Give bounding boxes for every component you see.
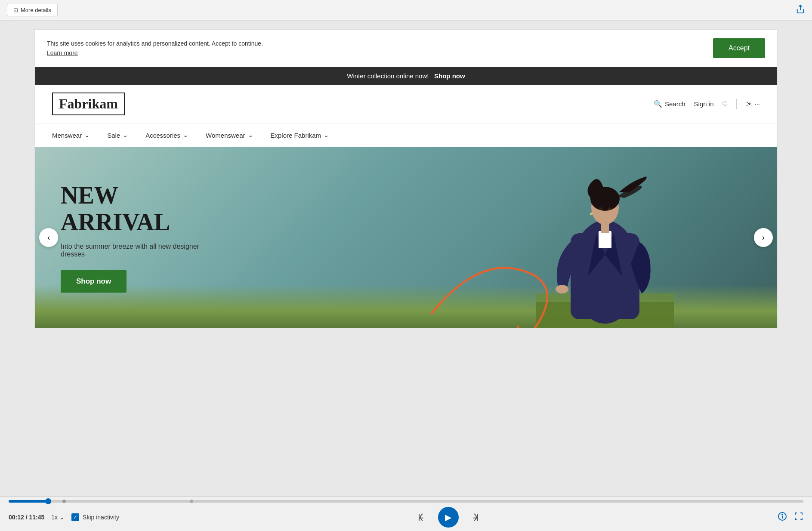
wishlist-button[interactable]: ♡ [722, 100, 728, 108]
search-icon: 🔍 [654, 100, 662, 108]
progress-marker-1 [62, 500, 66, 503]
player-controls: 00:12 / 11:45 1x ⌄ ✓ Skip inactivity 10 [9, 507, 803, 528]
svg-point-14 [556, 285, 568, 293]
site-navigation: Menswear ⌄ Sale ⌄ Accessories ⌄ Womenswe… [35, 123, 777, 147]
chevron-right-icon: › [762, 233, 765, 242]
play-button[interactable]: ▶ [438, 507, 459, 528]
video-player: 00:12 / 11:45 1x ⌄ ✓ Skip inactivity 10 [0, 496, 812, 531]
skip-back-icon: 10 [414, 510, 428, 524]
skip-inactivity-label: Skip inactivity [83, 514, 119, 521]
womenswear-chevron-icon: ⌄ [248, 131, 253, 139]
svg-point-13 [590, 213, 593, 215]
sign-in-button[interactable]: Sign in [694, 100, 714, 108]
player-left-controls: 00:12 / 11:45 1x ⌄ ✓ Skip inactivity [9, 513, 119, 521]
nav-menswear-label: Menswear [52, 132, 82, 139]
announcement-shop-now-link[interactable]: Shop now [434, 72, 465, 80]
accept-button[interactable]: Accept [713, 38, 765, 58]
fullscreen-button[interactable] [794, 512, 803, 523]
progress-thumb[interactable] [45, 498, 51, 504]
browser-toolbar: ⊡ More details [0, 0, 812, 21]
svg-text:30: 30 [473, 516, 477, 520]
more-details-button[interactable]: ⊡ More details [7, 4, 58, 16]
monitor-icon: ⊡ [13, 7, 18, 13]
header-actions: 🔍 Search Sign in ♡ 🛍 ··· [654, 99, 760, 109]
cart-icon: 🛍 [745, 100, 752, 108]
skip-back-button[interactable]: 10 [414, 510, 428, 524]
search-label: Search [665, 100, 685, 108]
speed-value: 1x [51, 514, 58, 521]
player-right-controls [778, 512, 803, 523]
heart-icon: ♡ [722, 100, 728, 108]
info-button[interactable] [778, 512, 787, 523]
hero-title: NEW ARRIVAL [61, 182, 224, 235]
share-button[interactable] [796, 4, 805, 16]
menswear-chevron-icon: ⌄ [84, 131, 90, 139]
nav-sale[interactable]: Sale ⌄ [107, 123, 128, 147]
nav-accessories-label: Accessories [145, 132, 180, 139]
skip-forward-button[interactable]: 30 [469, 510, 483, 524]
nav-menswear[interactable]: Menswear ⌄ [52, 123, 90, 147]
carousel-next-button[interactable]: › [754, 228, 773, 247]
website-container: Winter collection online now! Shop now F… [34, 67, 778, 328]
more-details-label: More details [21, 7, 51, 13]
svg-point-19 [782, 514, 783, 515]
carousel-prev-button[interactable]: ‹ [39, 228, 58, 247]
speed-selector[interactable]: 1x ⌄ [51, 514, 65, 521]
nav-sale-label: Sale [107, 132, 120, 139]
cart-more-icon: ··· [754, 100, 760, 108]
play-icon: ▶ [445, 512, 451, 522]
info-icon [778, 512, 787, 521]
cookie-text: This site uses cookies for analytics and… [47, 39, 263, 58]
search-button[interactable]: 🔍 Search [654, 100, 685, 108]
nav-accessories[interactable]: Accessories ⌄ [145, 123, 188, 147]
explore-chevron-icon: ⌄ [324, 131, 329, 139]
chevron-left-icon: ‹ [47, 233, 50, 242]
hero-model-image [519, 147, 691, 328]
speed-chevron-icon: ⌄ [59, 514, 65, 521]
nav-womenswear-label: Womenswear [206, 132, 245, 139]
time-display: 00:12 / 11:45 [9, 514, 44, 521]
skip-inactivity-checkbox[interactable]: ✓ [71, 513, 79, 521]
site-header: Fabrikam 🔍 Search Sign in ♡ 🛍 ··· [35, 85, 777, 123]
svg-rect-7 [599, 231, 611, 248]
skip-forward-icon: 30 [469, 510, 483, 524]
svg-point-12 [608, 207, 611, 210]
header-divider [736, 99, 737, 109]
cart-button[interactable]: 🛍 ··· [745, 100, 760, 108]
hero-content: NEW ARRIVAL Into the summer breeze with … [35, 157, 250, 318]
nav-explore[interactable]: Explore Fabrikam ⌄ [271, 123, 330, 147]
nav-womenswear[interactable]: Womenswear ⌄ [206, 123, 253, 147]
player-center-controls: 10 ▶ 30 [414, 507, 483, 528]
hero-shop-now-button[interactable]: Shop now [61, 270, 127, 293]
learn-more-link[interactable]: Learn more [47, 49, 78, 56]
svg-point-11 [599, 207, 602, 210]
nav-explore-label: Explore Fabrikam [271, 132, 321, 139]
accessories-chevron-icon: ⌄ [183, 131, 188, 139]
announcement-bar: Winter collection online now! Shop now [35, 67, 777, 85]
cookie-banner: This site uses cookies for analytics and… [34, 29, 778, 67]
main-content: This site uses cookies for analytics and… [0, 21, 812, 337]
hero-subtitle: Into the summer breeze with all new desi… [61, 243, 224, 258]
skip-inactivity-control[interactable]: ✓ Skip inactivity [71, 513, 119, 521]
announcement-text: Winter collection online now! [347, 72, 429, 80]
cookie-message: This site uses cookies for analytics and… [47, 40, 263, 47]
site-logo[interactable]: Fabrikam [52, 93, 125, 115]
progress-fill [9, 500, 48, 503]
svg-text:10: 10 [419, 516, 423, 520]
sale-chevron-icon: ⌄ [123, 131, 128, 139]
current-time: 00:12 [9, 514, 24, 521]
progress-marker-2 [190, 500, 193, 503]
total-time: 11:45 [29, 514, 44, 521]
progress-bar[interactable] [9, 500, 803, 503]
hero-section: ‹ NEW ARRIVAL Into the summer breeze wit… [35, 147, 777, 328]
model-illustration [536, 147, 674, 328]
fullscreen-icon [794, 512, 803, 521]
